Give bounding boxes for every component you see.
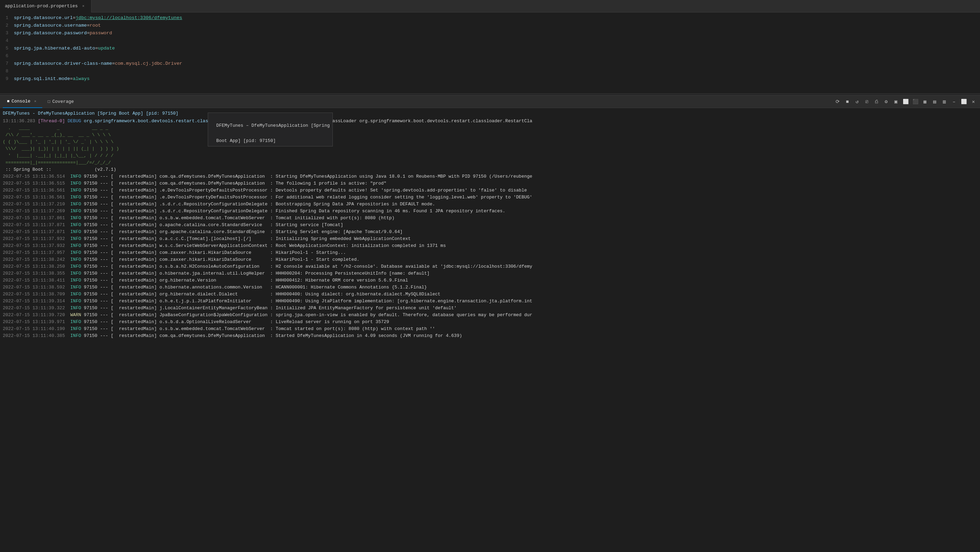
code-content: 1 spring.datasource.url=jdbc:mysql://loc… [0, 13, 980, 87]
tooltip-line2: Boot App] [pid: 97150] [216, 138, 276, 143]
code-line-8: 8 [0, 68, 980, 76]
console-header-text: DFEMyTunes - DfeMyTunesApplication [Spri… [3, 111, 178, 116]
log-line-18: 2022-07-15 13:11:38.709 INFO 97150 --- [… [0, 291, 980, 298]
log-line-14: 2022-07-15 13:11:38.250 INFO 97150 --- [… [0, 263, 980, 270]
coverage-tab-label: Coverage [52, 99, 74, 104]
restore-window-button[interactable]: ⬜ [960, 98, 967, 106]
close-panel-button[interactable]: ✕ [970, 98, 977, 106]
log-line-9: 2022-07-15 13:11:37.871 INFO 97150 --- [… [0, 229, 980, 235]
layout6-button[interactable]: ▥ [940, 98, 948, 106]
console-toolbar: ⟳ ■ ↺ ⎚ ⎙ ⚙ ▣ ⬜ ⬛ ▦ ▤ ▥ – ⬜ ✕ [834, 98, 977, 106]
tab-console[interactable]: ■ Console × [3, 95, 42, 108]
layout4-button[interactable]: ▦ [921, 98, 929, 106]
code-line-6: 6 [0, 53, 980, 61]
log-line-24: 2022-07-15 13:11:40.385 INFO 97150 --- [… [0, 332, 980, 339]
layout3-button[interactable]: ⬛ [912, 98, 919, 106]
editor-tab-bar: application-prod.properties × [0, 0, 980, 13]
code-line-7: 7 spring.datasource.driver-class-name=co… [0, 61, 980, 68]
code-line-1: 1 spring.datasource.url=jdbc:mysql://loc… [0, 15, 980, 23]
editor-tab-properties[interactable]: application-prod.properties × [0, 0, 91, 13]
console-output: DFEMyTunes - DfeMyTunesApplication [Spri… [0, 108, 980, 552]
spring-ascii-art: . ____ _ __ _ _ /\\ / ___'_ __ _ _(_)_ _… [0, 125, 980, 166]
code-line-3: 3 spring.datasource.password=password [0, 30, 980, 38]
coverage-icon: □ [48, 99, 50, 104]
log-line-8: 2022-07-15 13:11:37.871 INFO 97150 --- [… [0, 222, 980, 229]
code-line-4: 4 [0, 38, 980, 46]
log-line-4: 2022-07-15 13:11:36.561 INFO 97150 --- [… [0, 194, 980, 201]
log-line-2: 2022-07-15 13:11:36.515 INFO 97150 --- [… [0, 180, 980, 187]
log-line-12: 2022-07-15 13:11:37.957 INFO 97150 --- [… [0, 249, 980, 256]
log-line-10: 2022-07-15 13:11:37.932 INFO 97150 --- [… [0, 235, 980, 242]
log-line-13: 2022-07-15 13:11:38.242 INFO 97150 --- [… [0, 256, 980, 263]
console-icon: ■ [7, 99, 10, 104]
console-tab-label: Console [11, 99, 30, 104]
log-line-22: 2022-07-15 13:11:39.971 INFO 97150 --- [… [0, 318, 980, 326]
code-line-9: 9 spring.sql.init.mode=always [0, 76, 980, 84]
code-line-2: 2 spring.datasource.username=root [0, 23, 980, 30]
tab-coverage[interactable]: □ Coverage [44, 95, 78, 108]
log-line-16: 2022-07-15 13:11:38.411 INFO 97150 --- [… [0, 277, 980, 284]
layout2-button[interactable]: ⬜ [902, 98, 909, 106]
restore-button[interactable]: ↺ [853, 98, 861, 106]
layout5-button[interactable]: ▤ [931, 98, 939, 106]
tooltip-line1: DFEMyTunes – DfeMyTunesApplication [Spri… [216, 123, 330, 128]
log-line-19: 2022-07-15 13:11:39.314 INFO 97150 --- [… [0, 298, 980, 305]
log-line-21: 2022-07-15 13:11:39.720 WARN 97150 --- [… [0, 312, 980, 318]
console-header: DFEMyTunes - DfeMyTunesApplication [Spri… [0, 110, 980, 118]
code-line-5: 5 spring.jpa.hibernate.ddl-auto=update [0, 46, 980, 53]
log-line-6: 2022-07-15 13:11:37.269 INFO 97150 --- [… [0, 208, 980, 215]
tab-close-button[interactable]: × [81, 3, 86, 9]
stop-button[interactable]: ■ [843, 98, 851, 106]
layout1-button[interactable]: ▣ [892, 98, 900, 106]
console-panel: ■ Console × □ Coverage ⟳ ■ ↺ ⎚ ⎙ ⚙ ▣ ⬜ ⬛… [0, 95, 980, 552]
clear-button[interactable]: ⎚ [863, 98, 870, 106]
log-line-15: 2022-07-15 13:11:38.355 INFO 97150 --- [… [0, 270, 980, 277]
rerun-button[interactable]: ⟳ [834, 98, 842, 106]
editor-area: application-prod.properties × 1 spring.d… [0, 0, 980, 94]
log-line-23: 2022-07-15 13:11:40.190 INFO 97150 --- [… [0, 326, 980, 332]
print-button[interactable]: ⎙ [873, 98, 880, 106]
spring-boot-version-line: :: Spring Boot :: (v2.7.1) [0, 166, 980, 173]
console-tab-bar: ■ Console × □ Coverage ⟳ ■ ↺ ⎚ ⎙ ⚙ ▣ ⬜ ⬛… [0, 95, 980, 108]
log-line-17: 2022-07-15 13:11:38.592 INFO 97150 --- [… [0, 284, 980, 291]
log-line-5: 2022-07-15 13:11:37.210 INFO 97150 --- [… [0, 201, 980, 208]
tab-filename: application-prod.properties [5, 3, 78, 9]
log-line-11: 2022-07-15 13:11:37.932 INFO 97150 --- [… [0, 242, 980, 249]
console-tabs-left: ■ Console × □ Coverage [3, 95, 78, 108]
settings-button[interactable]: ⚙ [882, 98, 890, 106]
log-line-7: 2022-07-15 13:11:37.861 INFO 97150 --- [… [0, 215, 980, 222]
log-line-20: 2022-07-15 13:11:39.322 INFO 97150 --- [… [0, 305, 980, 312]
log-line-1: 2022-07-15 13:11:36.514 INFO 97150 --- [… [0, 173, 980, 180]
log-debug-line: 13:11:36.283 [Thread-0] DEBUG org.spring… [0, 118, 980, 125]
log-line-3: 2022-07-15 13:11:36.561 INFO 97150 --- [… [0, 187, 980, 194]
console-close-button[interactable]: × [33, 99, 38, 104]
minimize-button[interactable]: – [950, 98, 958, 106]
console-header-tooltip: DFEMyTunes – DfeMyTunesApplication [Spri… [208, 113, 333, 146]
